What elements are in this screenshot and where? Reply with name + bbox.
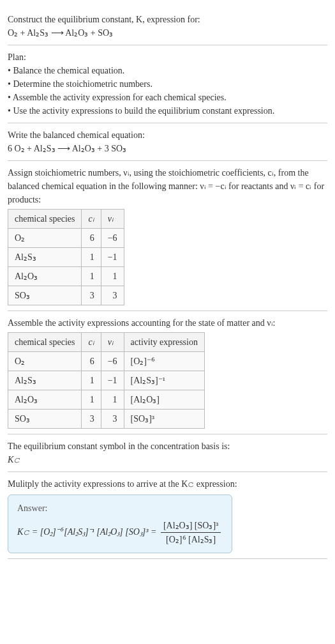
table-header-row: chemical species cᵢ νᵢ xyxy=(8,210,124,229)
answer-box: Answer: K𝚌 = [O₂]⁻⁶ [Al₂S₃]⁻¹ [Al₂O₃] [S… xyxy=(8,494,232,553)
plan-bullet-4: • Use the activity expressions to build … xyxy=(8,104,327,118)
table-row: SO₃ 3 3 xyxy=(8,286,124,305)
cell-activity: [O₂]⁻⁶ xyxy=(124,352,204,371)
cell-vi: 1 xyxy=(101,390,124,410)
section-stoich: Assign stoichiometric numbers, νᵢ, using… xyxy=(8,161,327,311)
th-ci: cᵢ xyxy=(82,210,101,229)
answer-lhs: K𝚌 = [O₂]⁻⁶ [Al₂S₃]⁻¹ [Al₂O₃] [SO₃]³ = xyxy=(17,527,159,537)
cell-ci: 1 xyxy=(82,248,101,267)
prompt-line1: Construct the equilibrium constant, K, e… xyxy=(8,15,200,24)
table-row: Al₂O₃ 1 1 xyxy=(8,267,124,286)
multiply-para: Mulitply the activity expressions to arr… xyxy=(8,477,327,491)
table-row: Al₂O₃ 1 1 [Al₂O₃] xyxy=(8,390,205,410)
th-species: chemical species xyxy=(8,210,82,229)
cell-activity: [SO₃]³ xyxy=(124,410,204,429)
cell-species: Al₂O₃ xyxy=(8,267,82,286)
unbalanced-equation: O₂ + Al₂S₃ ⟶ Al₂O₃ + SO₃ xyxy=(8,26,327,40)
cell-species: Al₂S₃ xyxy=(8,248,82,267)
answer-label: Answer: xyxy=(17,502,223,515)
th-vi: νᵢ xyxy=(101,210,124,229)
cell-species: O₂ xyxy=(8,352,82,371)
plan-b4-text: Use the activity expressions to build th… xyxy=(13,106,274,116)
cell-species: O₂ xyxy=(8,229,82,248)
balanced-heading: Write the balanced chemical equation: xyxy=(8,128,327,142)
section-plan: Plan: • Balance the chemical equation. •… xyxy=(8,45,327,123)
table-row: Al₂S₃ 1 −1 xyxy=(8,248,124,267)
cell-ci: 3 xyxy=(82,410,101,429)
section-prompt: Construct the equilibrium constant, K, e… xyxy=(8,8,327,45)
cell-vi: −1 xyxy=(101,371,124,390)
balanced-equation: 6 O₂ + Al₂S₃ ⟶ Al₂O₃ + 3 SO₃ xyxy=(8,142,327,155)
fraction-numerator: [Al₂O₃] [SO₃]³ xyxy=(161,519,221,533)
plan-b1-text: Balance the chemical equation. xyxy=(13,66,124,75)
cell-ci: 1 xyxy=(82,371,101,390)
activity-table: chemical species cᵢ νᵢ activity expressi… xyxy=(8,332,205,429)
section-multiply: Mulitply the activity expressions to arr… xyxy=(8,472,327,559)
symbol-para: The equilibrium constant symbol in the c… xyxy=(8,440,327,453)
cell-species: Al₂O₃ xyxy=(8,390,82,410)
plan-bullet-1: • Balance the chemical equation. xyxy=(8,64,327,77)
cell-species: Al₂S₃ xyxy=(8,371,82,390)
cell-species: SO₃ xyxy=(8,286,82,305)
th-activity: activity expression xyxy=(124,333,204,352)
plan-heading: Plan: xyxy=(8,50,327,64)
fraction-denominator: [O₂]⁶ [Al₂S₃] xyxy=(161,533,221,546)
cell-activity: [Al₂S₃]⁻¹ xyxy=(124,371,204,390)
th-ci: cᵢ xyxy=(82,333,101,352)
table-header-row: chemical species cᵢ νᵢ activity expressi… xyxy=(8,333,205,352)
section-balanced: Write the balanced chemical equation: 6 … xyxy=(8,123,327,161)
section-activity: Assemble the activity expressions accoun… xyxy=(8,311,327,434)
table-row: Al₂S₃ 1 −1 [Al₂S₃]⁻¹ xyxy=(8,371,205,390)
stoich-table: chemical species cᵢ νᵢ O₂ 6 −6 Al₂S₃ 1 −… xyxy=(8,209,124,305)
answer-fraction: [Al₂O₃] [SO₃]³ [O₂]⁶ [Al₂S₃] xyxy=(161,519,221,546)
answer-equation: K𝚌 = [O₂]⁻⁶ [Al₂S₃]⁻¹ [Al₂O₃] [SO₃]³ = [… xyxy=(17,519,223,546)
table-row: O₂ 6 −6 xyxy=(8,229,124,248)
kc-symbol: K𝚌 xyxy=(8,453,327,466)
cell-vi: 3 xyxy=(101,410,124,429)
cell-vi: −6 xyxy=(101,229,124,248)
cell-ci: 1 xyxy=(82,267,101,286)
cell-vi: 1 xyxy=(101,267,124,286)
cell-vi: −6 xyxy=(101,352,124,371)
th-species: chemical species xyxy=(8,333,82,352)
plan-b2-text: Determine the stoichiometric numbers. xyxy=(13,79,153,89)
th-vi: νᵢ xyxy=(101,333,124,352)
cell-ci: 6 xyxy=(82,229,101,248)
cell-vi: 3 xyxy=(101,286,124,305)
cell-ci: 6 xyxy=(82,352,101,371)
cell-ci: 3 xyxy=(82,286,101,305)
cell-ci: 1 xyxy=(82,390,101,410)
table-row: SO₃ 3 3 [SO₃]³ xyxy=(8,410,205,429)
activity-para: Assemble the activity expressions accoun… xyxy=(8,316,327,330)
table-row: O₂ 6 −6 [O₂]⁻⁶ xyxy=(8,352,205,371)
plan-b3-text: Assemble the activity expression for eac… xyxy=(13,93,227,102)
prompt-text: Construct the equilibrium constant, K, e… xyxy=(8,13,327,26)
plan-bullet-2: • Determine the stoichiometric numbers. xyxy=(8,77,327,91)
cell-vi: −1 xyxy=(101,248,124,267)
plan-bullet-3: • Assemble the activity expression for e… xyxy=(8,91,327,104)
stoich-para: Assign stoichiometric numbers, νᵢ, using… xyxy=(8,166,327,206)
cell-species: SO₃ xyxy=(8,410,82,429)
cell-activity: [Al₂O₃] xyxy=(124,390,204,410)
section-symbol: The equilibrium constant symbol in the c… xyxy=(8,434,327,472)
